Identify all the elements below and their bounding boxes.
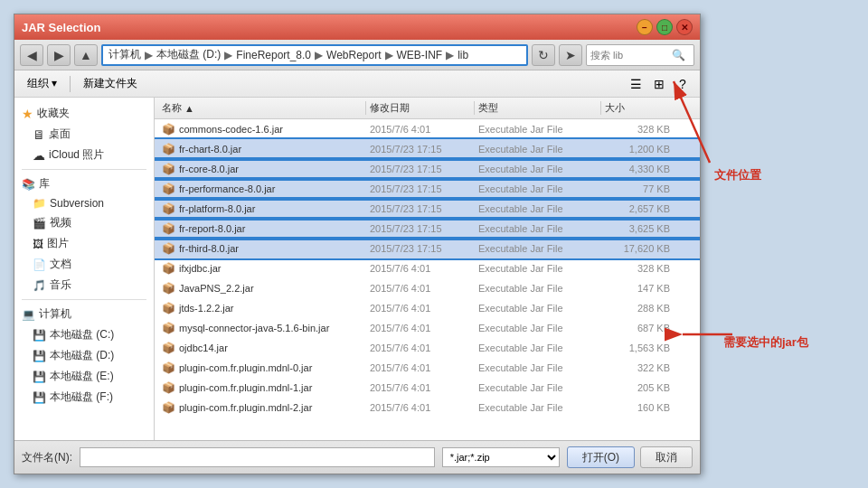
table-row[interactable]: 📦 fr-performance-8.0.jar 2015/7/23 17:15…: [155, 179, 700, 199]
docs-label: 文档: [50, 257, 71, 272]
filetype-select[interactable]: *.jar;*.zip: [442, 447, 560, 467]
jar-icon: 📦: [162, 262, 175, 275]
subversion-icon: 📁: [33, 197, 46, 210]
organize-button[interactable]: 组织 ▾: [22, 73, 62, 94]
file-name-cell: 📦 plugin-com.fr.plugin.mdnl-2.jar: [158, 401, 366, 414]
file-type-cell: Executable Jar File: [475, 243, 601, 254]
file-name-cell: 📦 fr-platform-8.0.jar: [158, 202, 366, 215]
sidebar-item-disk-e[interactable]: 💾 本地磁盘 (E:): [14, 366, 154, 387]
nav-arrow-button[interactable]: ➤: [559, 44, 582, 66]
table-row[interactable]: 📦 jtds-1.2.2.jar 2015/7/6 4:01 Executabl…: [155, 298, 700, 318]
table-row[interactable]: 📦 fr-core-8.0.jar 2015/7/23 17:15 Execut…: [155, 159, 700, 179]
col-size-label: 大小: [605, 102, 625, 113]
jar-icon: 📦: [162, 302, 175, 314]
new-folder-button[interactable]: 新建文件夹: [78, 73, 143, 94]
file-name-cell: 📦 fr-report-8.0.jar: [158, 222, 366, 235]
sidebar-item-video[interactable]: 🎬 视频: [14, 212, 154, 233]
table-row[interactable]: 📦 fr-chart-8.0.jar 2015/7/23 17:15 Execu…: [155, 139, 700, 159]
sidebar-item-pictures[interactable]: 🖼 图片: [14, 233, 154, 254]
file-list[interactable]: 📦 commons-codec-1.6.jar 2015/7/6 4:01 Ex…: [155, 119, 700, 440]
view-button[interactable]: ☰: [626, 74, 646, 94]
file-size-cell: 1,200 KB: [601, 144, 674, 155]
search-box[interactable]: 🔍: [586, 44, 694, 66]
search-input[interactable]: [590, 50, 672, 61]
sidebar: ★ 收藏夹 🖥 桌面 ☁ iCloud 照片 📚 库: [14, 98, 155, 440]
sidebar-item-disk-d[interactable]: 💾 本地磁盘 (D:): [14, 345, 154, 366]
disk-d-label: 本地磁盘 (D:): [50, 348, 114, 363]
table-row[interactable]: 📦 JavaPNS_2.2.jar 2015/7/6 4:01 Executab…: [155, 278, 700, 298]
file-size-cell: 328 KB: [601, 263, 674, 274]
cancel-button[interactable]: 取消: [640, 446, 693, 468]
sidebar-item-desktop[interactable]: 🖥 桌面: [14, 124, 154, 145]
file-type-cell: Executable Jar File: [475, 382, 601, 393]
table-row[interactable]: 📦 fr-third-8.0.jar 2015/7/23 17:15 Execu…: [155, 239, 700, 258]
navigation-bar: ◀ ▶ ▲ 计算机 ▶ 本地磁盘 (D:) ▶ FineReport_8.0 ▶…: [14, 40, 700, 70]
file-name: fr-third-8.0.jar: [179, 243, 239, 254]
music-label: 音乐: [50, 277, 71, 293]
favorites-section: ★ 收藏夹 🖥 桌面 ☁ iCloud 照片: [14, 103, 154, 165]
table-row[interactable]: 📦 fr-report-8.0.jar 2015/7/23 17:15 Exec…: [155, 219, 700, 239]
column-header: 名称 ▲ 修改日期 类型 大小: [155, 98, 700, 119]
file-date-cell: 2015/7/6 4:01: [366, 263, 475, 274]
sidebar-item-music[interactable]: 🎵 音乐: [14, 275, 154, 296]
table-row[interactable]: 📦 plugin-com.fr.plugin.mdnl-1.jar 2015/7…: [155, 378, 700, 398]
jar-icon: 📦: [162, 143, 175, 155]
computer-header[interactable]: 💻 计算机: [14, 304, 154, 324]
table-row[interactable]: 📦 ifxjdbc.jar 2015/7/6 4:01 Executable J…: [155, 258, 700, 278]
table-row[interactable]: 📦 commons-codec-1.6.jar 2015/7/6 4:01 Ex…: [155, 119, 700, 139]
pictures-label: 图片: [47, 236, 69, 251]
file-name: fr-performance-8.0.jar: [179, 183, 275, 194]
file-size-cell: 77 KB: [601, 183, 674, 194]
music-icon: 🎵: [33, 279, 46, 292]
table-row[interactable]: 📦 plugin-com.fr.plugin.mdnl-0.jar 2015/7…: [155, 358, 700, 378]
toolbar-separator: [70, 76, 71, 92]
forward-button[interactable]: ▶: [47, 44, 71, 66]
back-button[interactable]: ◀: [20, 44, 43, 66]
file-date-cell: 2015/7/23 17:15: [366, 203, 475, 214]
col-name-header[interactable]: 名称 ▲: [158, 101, 366, 115]
col-size-header[interactable]: 大小: [601, 101, 674, 115]
jar-icon: 📦: [162, 401, 175, 414]
sidebar-item-icloud[interactable]: ☁ iCloud 照片: [14, 145, 154, 165]
col-date-header[interactable]: 修改日期: [366, 101, 475, 115]
file-date-cell: 2015/7/6 4:01: [366, 283, 475, 294]
file-type-cell: Executable Jar File: [475, 303, 601, 314]
sidebar-item-subversion[interactable]: 📁 Subversion: [14, 194, 154, 212]
maximize-button[interactable]: □: [656, 19, 673, 35]
disk-c-icon: 💾: [33, 329, 46, 342]
jar-icon: 📦: [162, 163, 175, 175]
breadcrumb[interactable]: 计算机 ▶ 本地磁盘 (D:) ▶ FineReport_8.0 ▶ WebRe…: [101, 44, 528, 66]
table-row[interactable]: 📦 plugin-com.fr.plugin.mdnl-2.jar 2015/7…: [155, 398, 700, 418]
table-row[interactable]: 📦 mysql-connector-java-5.1.6-bin.jar 201…: [155, 318, 700, 338]
file-name-cell: 📦 plugin-com.fr.plugin.mdnl-0.jar: [158, 361, 366, 374]
sidebar-item-docs[interactable]: 📄 文档: [14, 254, 154, 275]
table-row[interactable]: 📦 ojdbc14.jar 2015/7/6 4:01 Executable J…: [155, 338, 700, 358]
file-size-cell: 147 KB: [601, 283, 674, 294]
refresh-button[interactable]: ↻: [532, 44, 555, 66]
jar-selection-window: JAR Selection − □ ✕ ◀ ▶ ▲ 计算机 ▶ 本地磁盘 (D:…: [14, 14, 701, 474]
sidebar-item-disk-f[interactable]: 💾 本地磁盘 (F:): [14, 387, 154, 408]
help-button[interactable]: ?: [673, 74, 693, 94]
computer-section: 💻 计算机 💾 本地磁盘 (C:) 💾 本地磁盘 (D:) 💾 本地磁盘 (E:…: [14, 304, 154, 408]
favorites-header[interactable]: ★ 收藏夹: [14, 103, 154, 124]
table-row[interactable]: 📦 fr-platform-8.0.jar 2015/7/23 17:15 Ex…: [155, 199, 700, 219]
toolbar: 组织 ▾ 新建文件夹 ☰ ⊞ ?: [14, 70, 700, 98]
file-name: plugin-com.fr.plugin.mdnl-1.jar: [179, 382, 312, 393]
file-size-cell: 17,620 KB: [601, 243, 674, 254]
file-date-cell: 2015/7/6 4:01: [366, 323, 475, 333]
col-date-label: 修改日期: [370, 102, 410, 113]
panel-button[interactable]: ⊞: [649, 74, 669, 94]
jar-icon: 📦: [162, 242, 175, 255]
col-type-header[interactable]: 类型: [475, 101, 601, 115]
file-type-cell: Executable Jar File: [475, 223, 601, 234]
open-button[interactable]: 打开(O): [567, 446, 635, 468]
search-icon: 🔍: [672, 49, 685, 61]
sidebar-item-disk-c[interactable]: 💾 本地磁盘 (C:): [14, 324, 154, 345]
close-button[interactable]: ✕: [676, 19, 693, 35]
file-name: fr-report-8.0.jar: [179, 223, 245, 234]
library-header[interactable]: 📚 库: [14, 174, 154, 194]
minimize-button[interactable]: −: [637, 19, 653, 35]
up-button[interactable]: ▲: [74, 44, 98, 66]
filename-input[interactable]: [80, 447, 435, 467]
file-name-cell: 📦 ojdbc14.jar: [158, 342, 366, 354]
